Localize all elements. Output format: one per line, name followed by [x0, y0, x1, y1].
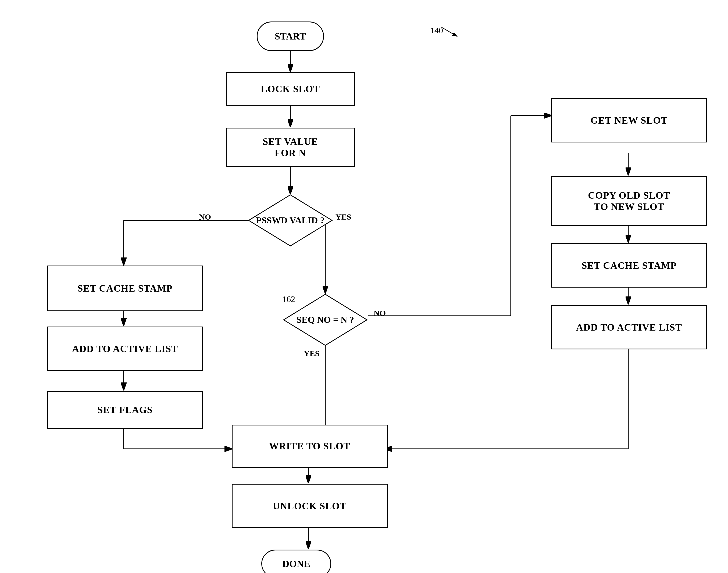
svg-line-23	[441, 27, 457, 36]
set-value-node: SET VALUE FOR N	[226, 128, 355, 167]
no-left-label: NO	[199, 212, 211, 221]
get-new-slot-node: GET NEW SLOT	[551, 98, 707, 143]
yes-down-label: YES	[304, 349, 319, 358]
write-to-slot-node: WRITE TO SLOT	[232, 425, 388, 468]
start-node: START	[257, 21, 324, 51]
lock-slot-node: LOCK SLOT	[226, 72, 355, 106]
yes-right-label: YES	[335, 212, 351, 221]
no-right-label: NO	[374, 309, 386, 318]
add-active-right-node: ADD TO ACTIVE LIST	[551, 305, 707, 349]
copy-old-slot-node: COPY OLD SLOT TO NEW SLOT	[551, 176, 707, 226]
ref-140-arrow	[419, 21, 473, 38]
unlock-slot-node: UNLOCK SLOT	[232, 484, 388, 528]
set-flags-node: SET FLAGS	[47, 391, 203, 429]
psswd-valid-diamond: PSSWD VALID ?	[247, 194, 333, 247]
set-cache-stamp-left-node: SET CACHE STAMP	[47, 266, 203, 311]
add-active-left-node: ADD TO ACTIVE LIST	[47, 326, 203, 371]
flowchart: 140 START 142 LOCK SLOT 144 SET VALUE FO…	[0, 0, 728, 573]
done-node: DONE	[261, 550, 331, 573]
seq-no-diamond: SEQ NO = N ?	[282, 293, 368, 347]
set-cache-stamp-right-node: SET CACHE STAMP	[551, 243, 707, 288]
